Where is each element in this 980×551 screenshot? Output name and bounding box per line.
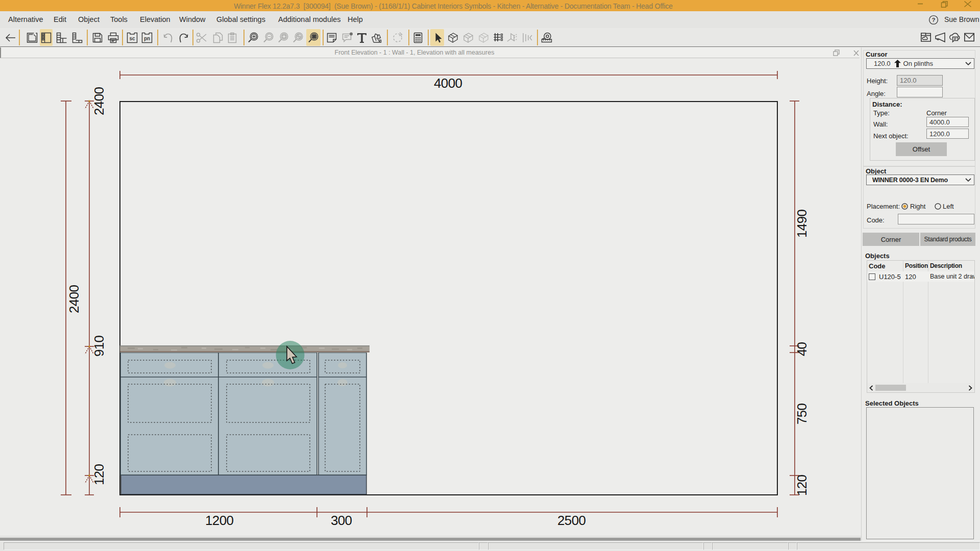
svg-text:910: 910 [91, 335, 107, 357]
svg-text:4000: 4000 [434, 76, 462, 91]
svg-text:2400: 2400 [66, 285, 82, 313]
svg-text:1490: 1490 [794, 209, 810, 238]
svg-text:120: 120 [91, 464, 107, 485]
svg-text:40: 40 [794, 342, 810, 356]
svg-text:2500: 2500 [557, 513, 586, 528]
svg-text:750: 750 [794, 403, 810, 424]
svg-text:1200: 1200 [205, 513, 234, 528]
svg-text:300: 300 [331, 513, 352, 528]
svg-text:2400: 2400 [91, 87, 107, 115]
svg-text:120: 120 [794, 474, 810, 496]
